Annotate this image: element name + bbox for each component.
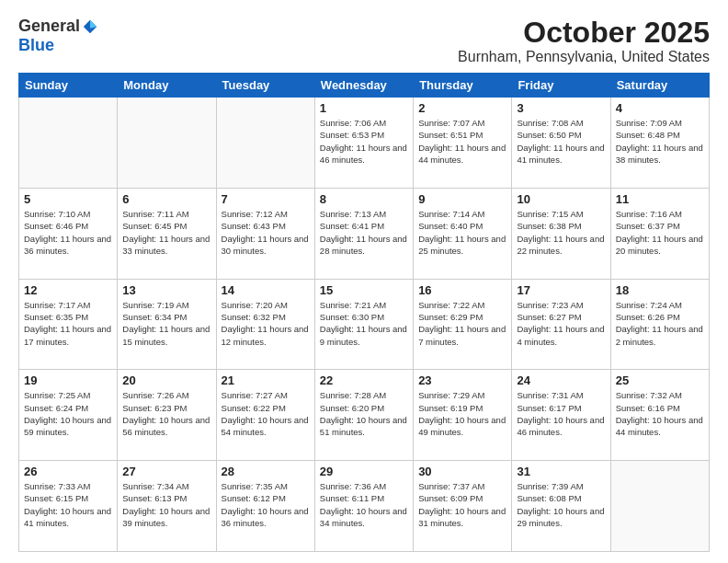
calendar-cell: 27Sunrise: 7:34 AM Sunset: 6:13 PM Dayli… — [118, 461, 216, 552]
day-number: 3 — [517, 101, 605, 115]
calendar-cell — [19, 98, 118, 189]
day-info: Sunrise: 7:21 AM Sunset: 6:30 PM Dayligh… — [320, 299, 408, 348]
title-block: October 2025 Burnham, Pennsylvania, Unit… — [458, 17, 710, 65]
day-number: 12 — [24, 283, 112, 297]
week-row-4: 19Sunrise: 7:25 AM Sunset: 6:24 PM Dayli… — [19, 370, 710, 461]
day-info: Sunrise: 7:28 AM Sunset: 6:20 PM Dayligh… — [320, 389, 408, 438]
day-number: 24 — [517, 373, 605, 387]
day-info: Sunrise: 7:36 AM Sunset: 6:11 PM Dayligh… — [320, 480, 408, 529]
day-info: Sunrise: 7:08 AM Sunset: 6:50 PM Dayligh… — [517, 117, 605, 166]
calendar-cell: 15Sunrise: 7:21 AM Sunset: 6:30 PM Dayli… — [314, 279, 413, 370]
day-number: 22 — [320, 373, 408, 387]
day-number: 8 — [320, 192, 408, 206]
day-number: 1 — [320, 101, 408, 115]
calendar-cell: 8Sunrise: 7:13 AM Sunset: 6:41 PM Daylig… — [314, 188, 413, 279]
day-number: 21 — [222, 373, 310, 387]
weekday-header-monday: Monday — [118, 74, 216, 98]
week-row-5: 26Sunrise: 7:33 AM Sunset: 6:15 PM Dayli… — [19, 461, 710, 552]
calendar-cell: 7Sunrise: 7:12 AM Sunset: 6:43 PM Daylig… — [216, 188, 314, 279]
weekday-header-thursday: Thursday — [414, 74, 512, 98]
calendar-cell: 31Sunrise: 7:39 AM Sunset: 6:08 PM Dayli… — [512, 461, 610, 552]
day-info: Sunrise: 7:26 AM Sunset: 6:23 PM Dayligh… — [122, 389, 210, 438]
day-info: Sunrise: 7:11 AM Sunset: 6:45 PM Dayligh… — [122, 208, 210, 257]
day-number: 17 — [517, 283, 605, 297]
day-number: 30 — [418, 465, 506, 478]
day-info: Sunrise: 7:37 AM Sunset: 6:09 PM Dayligh… — [418, 480, 506, 529]
calendar-cell: 20Sunrise: 7:26 AM Sunset: 6:23 PM Dayli… — [118, 370, 216, 461]
day-info: Sunrise: 7:16 AM Sunset: 6:37 PM Dayligh… — [616, 208, 704, 257]
main-title: October 2025 — [458, 17, 710, 49]
day-number: 15 — [320, 283, 408, 297]
day-info: Sunrise: 7:06 AM Sunset: 6:53 PM Dayligh… — [320, 117, 408, 166]
page: General Blue October 2025 Burnham, Penns… — [0, 0, 728, 563]
week-row-2: 5Sunrise: 7:10 AM Sunset: 6:46 PM Daylig… — [19, 188, 710, 279]
calendar-cell: 21Sunrise: 7:27 AM Sunset: 6:22 PM Dayli… — [216, 370, 314, 461]
calendar-cell: 12Sunrise: 7:17 AM Sunset: 6:35 PM Dayli… — [19, 279, 118, 370]
calendar-cell: 11Sunrise: 7:16 AM Sunset: 6:37 PM Dayli… — [610, 188, 709, 279]
logo-icon — [82, 18, 98, 35]
weekday-header-saturday: Saturday — [610, 74, 709, 98]
day-info: Sunrise: 7:39 AM Sunset: 6:08 PM Dayligh… — [517, 480, 605, 529]
weekday-header-friday: Friday — [512, 74, 610, 98]
calendar-cell: 5Sunrise: 7:10 AM Sunset: 6:46 PM Daylig… — [19, 188, 118, 279]
calendar-cell: 9Sunrise: 7:14 AM Sunset: 6:40 PM Daylig… — [414, 188, 512, 279]
day-info: Sunrise: 7:12 AM Sunset: 6:43 PM Dayligh… — [222, 208, 310, 257]
day-number: 11 — [616, 192, 704, 206]
calendar-cell: 3Sunrise: 7:08 AM Sunset: 6:50 PM Daylig… — [512, 98, 610, 189]
weekday-header-sunday: Sunday — [19, 74, 118, 98]
day-number: 29 — [320, 465, 408, 478]
calendar-cell: 24Sunrise: 7:31 AM Sunset: 6:17 PM Dayli… — [512, 370, 610, 461]
day-number: 7 — [222, 192, 310, 206]
calendar-cell — [216, 98, 314, 189]
calendar-cell: 25Sunrise: 7:32 AM Sunset: 6:16 PM Dayli… — [610, 370, 709, 461]
day-number: 4 — [616, 101, 704, 115]
weekday-header-wednesday: Wednesday — [314, 74, 413, 98]
week-row-1: 1Sunrise: 7:06 AM Sunset: 6:53 PM Daylig… — [19, 98, 710, 189]
day-number: 18 — [616, 283, 704, 297]
day-info: Sunrise: 7:24 AM Sunset: 6:26 PM Dayligh… — [616, 299, 704, 348]
calendar-cell: 6Sunrise: 7:11 AM Sunset: 6:45 PM Daylig… — [118, 188, 216, 279]
week-row-3: 12Sunrise: 7:17 AM Sunset: 6:35 PM Dayli… — [19, 279, 710, 370]
day-info: Sunrise: 7:19 AM Sunset: 6:34 PM Dayligh… — [122, 299, 210, 348]
calendar-cell: 30Sunrise: 7:37 AM Sunset: 6:09 PM Dayli… — [414, 461, 512, 552]
day-number: 14 — [222, 283, 310, 297]
subtitle: Burnham, Pennsylvania, United States — [458, 49, 710, 65]
day-info: Sunrise: 7:25 AM Sunset: 6:24 PM Dayligh… — [24, 389, 112, 438]
weekday-header-tuesday: Tuesday — [216, 74, 314, 98]
day-info: Sunrise: 7:10 AM Sunset: 6:46 PM Dayligh… — [24, 208, 112, 257]
day-number: 28 — [222, 465, 310, 478]
day-info: Sunrise: 7:23 AM Sunset: 6:27 PM Dayligh… — [517, 299, 605, 348]
day-info: Sunrise: 7:35 AM Sunset: 6:12 PM Dayligh… — [222, 480, 310, 529]
day-info: Sunrise: 7:09 AM Sunset: 6:48 PM Dayligh… — [616, 117, 704, 166]
calendar-cell: 14Sunrise: 7:20 AM Sunset: 6:32 PM Dayli… — [216, 279, 314, 370]
calendar-cell — [610, 461, 709, 552]
calendar-cell: 16Sunrise: 7:22 AM Sunset: 6:29 PM Dayli… — [414, 279, 512, 370]
calendar-cell: 13Sunrise: 7:19 AM Sunset: 6:34 PM Dayli… — [118, 279, 216, 370]
day-number: 19 — [24, 373, 112, 387]
day-number: 26 — [24, 465, 112, 478]
day-info: Sunrise: 7:32 AM Sunset: 6:16 PM Dayligh… — [616, 389, 704, 438]
calendar-cell: 17Sunrise: 7:23 AM Sunset: 6:27 PM Dayli… — [512, 279, 610, 370]
calendar-cell: 10Sunrise: 7:15 AM Sunset: 6:38 PM Dayli… — [512, 188, 610, 279]
logo: General Blue — [18, 17, 98, 55]
calendar-cell: 4Sunrise: 7:09 AM Sunset: 6:48 PM Daylig… — [610, 98, 709, 189]
calendar-table: SundayMondayTuesdayWednesdayThursdayFrid… — [18, 73, 710, 552]
day-number: 13 — [122, 283, 210, 297]
day-info: Sunrise: 7:33 AM Sunset: 6:15 PM Dayligh… — [24, 480, 112, 529]
day-number: 6 — [122, 192, 210, 206]
weekday-header-row: SundayMondayTuesdayWednesdayThursdayFrid… — [19, 74, 710, 98]
calendar-cell: 2Sunrise: 7:07 AM Sunset: 6:51 PM Daylig… — [414, 98, 512, 189]
day-number: 9 — [418, 192, 506, 206]
day-info: Sunrise: 7:17 AM Sunset: 6:35 PM Dayligh… — [24, 299, 112, 348]
day-info: Sunrise: 7:34 AM Sunset: 6:13 PM Dayligh… — [122, 480, 210, 529]
day-info: Sunrise: 7:07 AM Sunset: 6:51 PM Dayligh… — [418, 117, 506, 166]
day-number: 20 — [122, 373, 210, 387]
day-info: Sunrise: 7:22 AM Sunset: 6:29 PM Dayligh… — [418, 299, 506, 348]
day-number: 27 — [122, 465, 210, 478]
calendar-cell: 19Sunrise: 7:25 AM Sunset: 6:24 PM Dayli… — [19, 370, 118, 461]
day-info: Sunrise: 7:29 AM Sunset: 6:19 PM Dayligh… — [418, 389, 506, 438]
day-info: Sunrise: 7:27 AM Sunset: 6:22 PM Dayligh… — [222, 389, 310, 438]
day-info: Sunrise: 7:20 AM Sunset: 6:32 PM Dayligh… — [222, 299, 310, 348]
logo-blue-text: Blue — [18, 36, 54, 55]
day-info: Sunrise: 7:31 AM Sunset: 6:17 PM Dayligh… — [517, 389, 605, 438]
